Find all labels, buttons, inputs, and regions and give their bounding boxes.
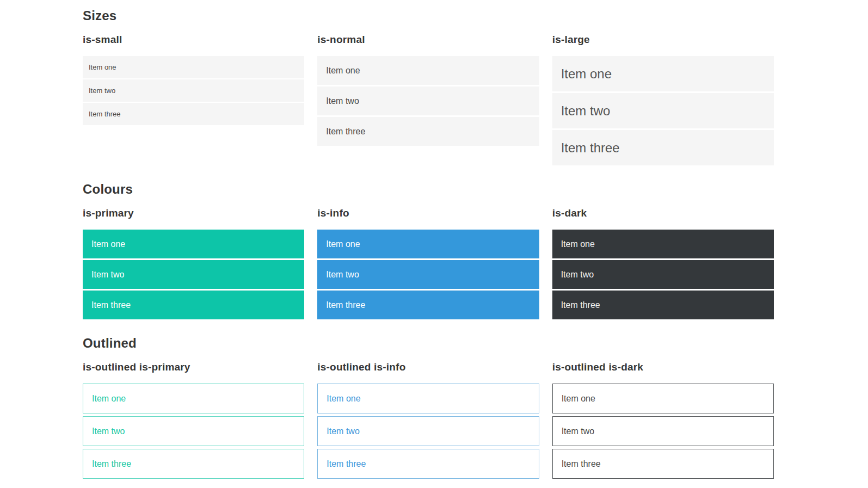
section-title-sizes: Sizes xyxy=(83,8,780,23)
list-item[interactable]: Item three xyxy=(552,130,774,165)
group-heading: is-outlined is-dark xyxy=(552,361,774,373)
list-small: Item one Item two Item three xyxy=(83,56,304,125)
list-item[interactable]: Item two xyxy=(83,79,304,102)
group-heading: is-outlined is-info xyxy=(317,361,539,373)
list-item[interactable]: Item three xyxy=(317,117,539,146)
group-heading: is-primary xyxy=(83,207,304,219)
list-item[interactable]: Item one xyxy=(552,56,774,91)
list-item[interactable]: Item one xyxy=(317,230,539,258)
group-is-outlined-is-primary: is-outlined is-primary Item one Item two… xyxy=(76,361,311,481)
sizes-columns: is-small Item one Item two Item three is… xyxy=(76,33,780,167)
list-item[interactable]: Item one xyxy=(317,56,539,85)
list-item[interactable]: Item one xyxy=(552,384,774,413)
list-outlined-info: Item one Item two Item three xyxy=(317,384,539,479)
group-is-outlined-is-dark: is-outlined is-dark Item one Item two It… xyxy=(546,361,780,481)
list-outlined-dark: Item one Item two Item three xyxy=(552,384,774,479)
group-is-dark: is-dark Item one Item two Item three xyxy=(546,207,780,321)
list-item[interactable]: Item two xyxy=(83,416,304,446)
list-item[interactable]: Item three xyxy=(552,449,774,479)
list-item[interactable]: Item two xyxy=(552,416,774,446)
list-item[interactable]: Item one xyxy=(83,384,304,413)
list-primary: Item one Item two Item three xyxy=(83,230,304,319)
list-outlined-primary: Item one Item two Item three xyxy=(83,384,304,479)
list-item[interactable]: Item one xyxy=(83,56,304,78)
group-is-small: is-small Item one Item two Item three xyxy=(76,33,311,126)
list-item[interactable]: Item three xyxy=(83,103,304,125)
group-heading: is-info xyxy=(317,207,539,219)
component-docs-page: Sizes is-small Item one Item two Item th… xyxy=(0,0,868,488)
group-heading: is-small xyxy=(83,33,304,46)
list-normal: Item one Item two Item three xyxy=(317,56,539,146)
group-is-normal: is-normal Item one Item two Item three xyxy=(311,33,545,147)
group-is-large: is-large Item one Item two Item three xyxy=(546,33,780,167)
list-item[interactable]: Item two xyxy=(552,260,774,289)
list-item[interactable]: Item two xyxy=(83,260,304,289)
list-item[interactable]: Item two xyxy=(317,87,539,115)
list-item[interactable]: Item three xyxy=(83,449,304,479)
colours-columns: is-primary Item one Item two Item three … xyxy=(76,207,780,321)
section-title-colours: Colours xyxy=(83,181,780,197)
group-heading: is-large xyxy=(552,33,774,46)
group-is-info: is-info Item one Item two Item three xyxy=(311,207,545,321)
list-item[interactable]: Item three xyxy=(317,291,539,319)
list-item[interactable]: Item two xyxy=(317,260,539,289)
content-container: Sizes is-small Item one Item two Item th… xyxy=(76,0,780,481)
list-item[interactable]: Item one xyxy=(552,230,774,258)
group-is-primary: is-primary Item one Item two Item three xyxy=(76,207,311,321)
outlined-columns: is-outlined is-primary Item one Item two… xyxy=(76,361,780,481)
list-item[interactable]: Item three xyxy=(83,291,304,319)
list-large: Item one Item two Item three xyxy=(552,56,774,165)
group-heading: is-normal xyxy=(317,33,539,46)
list-item[interactable]: Item two xyxy=(552,93,774,128)
group-heading: is-dark xyxy=(552,207,774,219)
list-item[interactable]: Item one xyxy=(83,230,304,258)
list-item[interactable]: Item one xyxy=(317,384,539,413)
list-item[interactable]: Item two xyxy=(317,416,539,446)
group-heading: is-outlined is-primary xyxy=(83,361,304,373)
list-item[interactable]: Item three xyxy=(317,449,539,479)
group-is-outlined-is-info: is-outlined is-info Item one Item two It… xyxy=(311,361,545,481)
list-info: Item one Item two Item three xyxy=(317,230,539,319)
list-dark: Item one Item two Item three xyxy=(552,230,774,319)
section-title-outlined: Outlined xyxy=(83,335,780,351)
list-item[interactable]: Item three xyxy=(552,291,774,319)
